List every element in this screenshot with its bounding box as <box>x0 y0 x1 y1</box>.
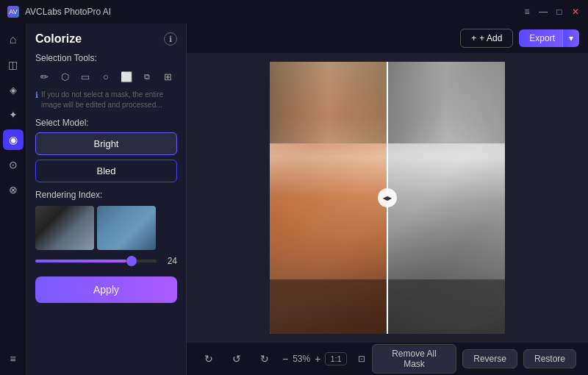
rendering-value: 24 <box>162 256 177 266</box>
add-icon: + <box>471 33 476 43</box>
title-bar: AV AVCLabs PhotoPro AI ≡ — □ ✕ <box>0 0 588 24</box>
grayscale-half <box>387 62 505 334</box>
rect-tool-btn[interactable]: ▭ <box>76 68 94 85</box>
colorized-half <box>270 62 387 334</box>
preview-thumb-dark <box>35 206 94 250</box>
bled-model-btn[interactable]: Bled <box>35 160 177 182</box>
info-icon[interactable]: ℹ <box>164 32 177 46</box>
selection-tools-label: Selection Tools: <box>35 53 177 63</box>
maximize-button[interactable]: □ <box>554 7 564 17</box>
bottom-left-tools: ↻ ↺ ↻ − 53% + 1:1 ⊡ <box>198 349 372 369</box>
select-model-label: Select Model: <box>35 118 177 128</box>
export-group: Export ▾ <box>519 29 579 47</box>
slider-row: 24 <box>35 256 177 266</box>
close-button[interactable]: ✕ <box>570 7 581 17</box>
sidebar-item-adjust[interactable]: ◈ <box>3 79 24 100</box>
bottom-right-actions: Remove All Mask Reverse Restore <box>372 344 576 374</box>
bottom-bar: ↻ ↺ ↻ − 53% + 1:1 ⊡ Remove All Mask Reve… <box>187 343 588 375</box>
export-arrow-icon: ▾ <box>569 33 573 43</box>
panel-header: Colorize ℹ <box>35 32 177 46</box>
sidebar-item-layers[interactable]: ◫ <box>3 54 24 75</box>
canvas-view: ◂▸ <box>187 53 588 343</box>
refresh-btn[interactable]: ↻ <box>198 349 219 369</box>
sidebar-item-colorize[interactable]: ◉ <box>3 129 24 150</box>
title-bar-left: AV AVCLabs PhotoPro AI <box>7 6 111 18</box>
canvas-header: + + Add Export ▾ <box>187 24 588 53</box>
export-label: Export <box>529 33 555 43</box>
apply-button[interactable]: Apply <box>35 276 177 303</box>
sidebar-item-tools[interactable]: ⊗ <box>3 179 24 200</box>
slider-fill <box>35 260 126 262</box>
reverse-button[interactable]: Reverse <box>462 349 517 368</box>
page-title: Colorize <box>35 32 82 46</box>
remove-mask-button[interactable]: Remove All Mask <box>372 344 457 374</box>
model-section: Select Model: Bright Bled <box>35 118 177 182</box>
fit-btn[interactable]: 1:1 <box>325 352 346 365</box>
zoom-level: 53% <box>293 354 310 364</box>
rendering-section: Rendering Index: 24 <box>35 190 177 266</box>
window-controls: ≡ — □ ✕ <box>522 7 581 17</box>
slider-thumb[interactable] <box>126 256 137 266</box>
split-handle[interactable]: ◂▸ <box>378 188 397 207</box>
hint-text: ℹ If you do not select a mask, the entir… <box>35 90 177 110</box>
grid-tool-btn[interactable]: ⊞ <box>159 68 176 85</box>
sidebar-item-home[interactable]: ⌂ <box>3 29 24 50</box>
undo-btn[interactable]: ↺ <box>226 349 247 369</box>
image-tool-btn[interactable]: ⬜ <box>118 68 135 85</box>
pen-tool-btn[interactable]: ✏ <box>35 68 53 85</box>
app-title: AVCLabs PhotoPro AI <box>25 7 111 17</box>
add-button[interactable]: + + Add <box>460 29 513 48</box>
handle-arrows-icon: ◂▸ <box>383 193 392 203</box>
restore-button[interactable]: Restore <box>523 349 576 368</box>
export-dropdown-btn[interactable]: ▾ <box>562 29 579 47</box>
zoom-in-btn[interactable]: + <box>315 353 320 365</box>
rendering-label: Rendering Index: <box>35 190 177 200</box>
sidebar-item-effects[interactable]: ✦ <box>3 104 24 125</box>
minimize-button[interactable]: — <box>538 7 548 17</box>
fullfit-btn[interactable]: ⊡ <box>351 349 372 369</box>
export-button[interactable]: Export <box>519 29 562 47</box>
image-container: ◂▸ <box>270 62 505 334</box>
preview-thumb-light <box>97 206 156 250</box>
sidebar-item-settings[interactable]: ≡ <box>3 349 24 369</box>
zoom-controls: − 53% + 1:1 ⊡ <box>282 349 372 369</box>
icon-bar: ⌂ ◫ ◈ ✦ ◉ ⊙ ⊗ ≡ <box>0 24 26 375</box>
app-icon: AV <box>7 6 19 18</box>
rendering-preview <box>35 206 177 250</box>
zoom-out-btn[interactable]: − <box>282 353 288 365</box>
canvas-area: + + Add Export ▾ <box>187 24 588 375</box>
menu-button[interactable]: ≡ <box>522 7 532 17</box>
sidebar-item-retouch[interactable]: ⊙ <box>3 154 24 175</box>
lasso-tool-btn[interactable]: ⬡ <box>56 68 74 85</box>
selection-tools-section: Selection Tools: ✏ ⬡ ▭ ○ ⬜ ⧉ ⊞ ℹ If you … <box>35 53 177 110</box>
redo-btn[interactable]: ↻ <box>254 349 275 369</box>
rendering-slider-track[interactable] <box>35 260 157 262</box>
tools-row: ✏ ⬡ ▭ ○ ⬜ ⧉ ⊞ <box>35 68 177 85</box>
bright-model-btn[interactable]: Bright <box>35 132 177 155</box>
main-layout: ⌂ ◫ ◈ ✦ ◉ ⊙ ⊗ ≡ Colorize ℹ Selection Too… <box>0 24 588 375</box>
add-label: + Add <box>479 33 502 43</box>
mask-tool-btn[interactable]: ⧉ <box>138 68 156 85</box>
ellipse-tool-btn[interactable]: ○ <box>97 68 115 85</box>
left-panel: Colorize ℹ Selection Tools: ✏ ⬡ ▭ ○ ⬜ ⧉ … <box>26 24 187 375</box>
